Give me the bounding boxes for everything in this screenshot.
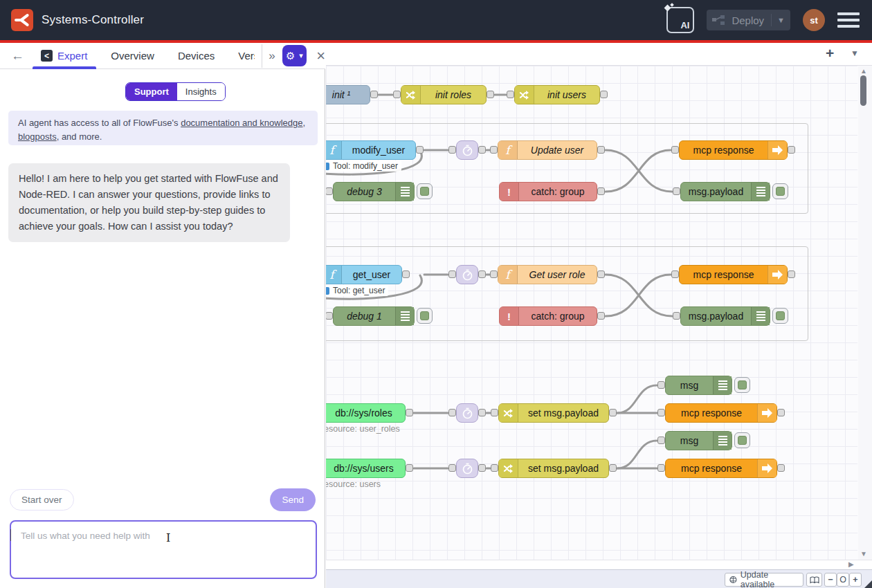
- debug-toggle-button[interactable]: [734, 432, 750, 448]
- node-msg-payload[interactable]: msg.payload: [680, 182, 770, 201]
- zoom-in-button[interactable]: +: [849, 573, 862, 587]
- node-delay[interactable]: [456, 140, 478, 160]
- port[interactable]: [478, 409, 486, 416]
- port[interactable]: [507, 91, 514, 98]
- port[interactable]: [657, 409, 665, 416]
- node-debug-1[interactable]: debug 1: [333, 306, 415, 326]
- port[interactable]: [597, 146, 605, 154]
- port[interactable]: [671, 146, 679, 154]
- port[interactable]: [416, 146, 424, 154]
- scroll-down-icon[interactable]: ▼: [860, 550, 867, 558]
- port[interactable]: [777, 464, 785, 472]
- port[interactable]: [777, 409, 785, 416]
- port[interactable]: [370, 91, 378, 98]
- zoom-reset-button[interactable]: O: [837, 573, 849, 587]
- node-init[interactable]: init ¹: [326, 85, 370, 104]
- node-delay[interactable]: [456, 459, 478, 478]
- port[interactable]: [406, 409, 413, 416]
- main-menu-icon[interactable]: [837, 12, 860, 28]
- node-msg[interactable]: msg: [665, 431, 732, 450]
- node-msg[interactable]: msg: [665, 376, 732, 395]
- support-toggle-button[interactable]: Support: [126, 83, 177, 100]
- node-modify-user[interactable]: f modify_user: [326, 140, 416, 160]
- scrollbar-thumb[interactable]: [860, 75, 866, 106]
- node-catch-group[interactable]: ! catch: group: [499, 306, 597, 326]
- user-avatar[interactable]: st: [803, 9, 825, 31]
- chat-input[interactable]: [10, 520, 317, 579]
- send-button[interactable]: Send: [270, 488, 316, 511]
- node-mcp-response[interactable]: mcp response: [665, 459, 777, 478]
- node-set-msg-payload[interactable]: set msg.payload: [498, 459, 609, 478]
- deploy-button[interactable]: Deploy ▼: [707, 10, 790, 30]
- node-mcp-response[interactable]: mcp response: [679, 265, 788, 284]
- port[interactable]: [491, 464, 498, 472]
- port[interactable]: [600, 91, 608, 98]
- tab-devices[interactable]: Devices: [178, 50, 215, 62]
- back-arrow-icon[interactable]: ←: [11, 48, 24, 64]
- documentation-link[interactable]: documentation and knowledge: [181, 118, 302, 128]
- node-update-user[interactable]: f Update user: [498, 140, 597, 160]
- port[interactable]: [788, 270, 795, 278]
- ai-assistant-button[interactable]: AI: [666, 7, 694, 33]
- scroll-right-icon[interactable]: ▶: [848, 560, 854, 568]
- insights-toggle-button[interactable]: Insights: [177, 83, 225, 100]
- node-db-sys-users[interactable]: db://sys/users: [326, 459, 406, 478]
- debug-toggle-button[interactable]: [772, 308, 788, 324]
- node-get-user-role[interactable]: f Get user role: [498, 265, 597, 284]
- port[interactable]: [448, 146, 456, 154]
- port[interactable]: [393, 91, 401, 98]
- node-debug-3[interactable]: debug 3: [333, 182, 415, 201]
- port[interactable]: [788, 146, 795, 154]
- scroll-up-icon[interactable]: ▲: [860, 67, 867, 75]
- node-init-users[interactable]: init users: [514, 85, 600, 104]
- zoom-out-button[interactable]: −: [824, 573, 837, 587]
- add-flow-icon[interactable]: +: [826, 45, 834, 62]
- horizontal-scrollbar[interactable]: ▶: [326, 560, 872, 569]
- settings-dropdown-button[interactable]: ⚙ ▾: [282, 45, 307, 66]
- port[interactable]: [657, 464, 665, 472]
- port[interactable]: [609, 409, 617, 416]
- port[interactable]: [326, 187, 333, 195]
- debug-toggle-button[interactable]: [417, 308, 433, 324]
- port[interactable]: [326, 312, 333, 320]
- flow-group-get-user[interactable]: [326, 246, 808, 341]
- node-catch-group[interactable]: ! catch: group: [499, 182, 597, 201]
- node-msg-payload[interactable]: msg.payload: [680, 306, 770, 326]
- expand-tabs-icon[interactable]: »: [269, 49, 273, 63]
- port[interactable]: [657, 437, 665, 444]
- port[interactable]: [597, 312, 605, 320]
- port[interactable]: [671, 270, 679, 278]
- node-db-sys-roles[interactable]: db://sys/roles: [326, 403, 406, 423]
- port[interactable]: [597, 270, 605, 278]
- tab-version-history[interactable]: Version History: [238, 50, 254, 62]
- port[interactable]: [448, 464, 456, 472]
- port[interactable]: [487, 91, 494, 98]
- node-delay[interactable]: [456, 403, 478, 423]
- port[interactable]: [491, 409, 498, 416]
- port[interactable]: [673, 187, 680, 195]
- node-set-msg-payload[interactable]: set msg.payload: [498, 403, 609, 423]
- vertical-scrollbar[interactable]: ▲ ▼: [858, 66, 872, 560]
- flow-list-caret-icon[interactable]: ▼: [851, 48, 859, 58]
- debug-toggle-button[interactable]: [734, 377, 750, 393]
- blogposts-link[interactable]: blogposts: [18, 131, 57, 142]
- start-over-button[interactable]: Start over: [10, 489, 74, 511]
- port[interactable]: [597, 187, 605, 195]
- flow-canvas[interactable]: init ¹ init roles init users f modify_us…: [326, 43, 872, 588]
- port[interactable]: [406, 464, 413, 472]
- port[interactable]: [657, 381, 665, 389]
- node-delay[interactable]: [456, 265, 478, 284]
- deploy-caret-icon[interactable]: ▼: [777, 16, 785, 24]
- debug-toggle-button[interactable]: [772, 183, 788, 199]
- port[interactable]: [673, 312, 680, 320]
- port[interactable]: [490, 146, 498, 154]
- update-available-button[interactable]: Update available: [725, 573, 803, 587]
- node-get-user[interactable]: f get_user: [326, 265, 402, 284]
- port[interactable]: [402, 270, 410, 278]
- navigator-toggle-button[interactable]: [806, 573, 822, 587]
- port[interactable]: [448, 409, 456, 416]
- node-mcp-response[interactable]: mcp response: [665, 403, 777, 423]
- port[interactable]: [478, 464, 486, 472]
- tab-expert[interactable]: < Expert: [41, 43, 87, 69]
- node-init-roles[interactable]: init roles: [401, 85, 487, 104]
